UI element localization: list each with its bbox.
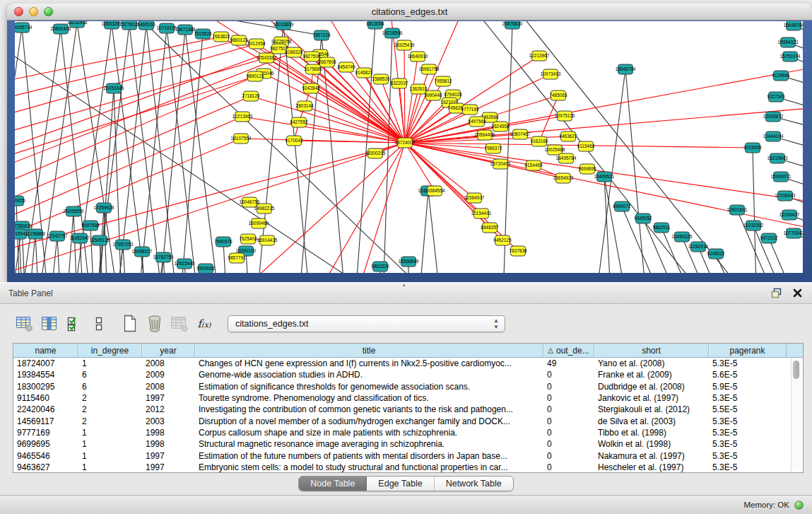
sort-ascending-icon: △ bbox=[548, 346, 553, 354]
graph-node-label: 9699695 bbox=[578, 166, 596, 171]
table-row[interactable]: 911546021997Tourette syndrome. Phenomeno… bbox=[13, 392, 803, 404]
table-options-button[interactable] bbox=[14, 313, 35, 334]
graph-node-label: 18226058 bbox=[271, 39, 292, 44]
memory-status-indicator bbox=[794, 501, 804, 510]
table-cell: Structural magnetic resonance image aver… bbox=[195, 439, 543, 449]
new-file-button[interactable] bbox=[119, 313, 141, 334]
table-cell: Embryonic stem cells: a model to study s… bbox=[195, 462, 543, 472]
table-cell: 5.3E-5 bbox=[709, 358, 787, 368]
graph-node-label: 18107554 bbox=[231, 136, 252, 141]
table-source-dropdown[interactable]: citations_edges.txt ▲▼ bbox=[228, 315, 505, 332]
graph-node-label: 9509065 bbox=[196, 266, 215, 271]
table-cell: Changes of HCN gene expression and I(f) … bbox=[195, 358, 543, 368]
table-panel-header: ▲ Table Panel bbox=[0, 282, 812, 304]
table-cell: 0 bbox=[543, 416, 594, 426]
tab-node-table[interactable]: Node Table bbox=[299, 477, 367, 491]
table-cell: 5.9E-5 bbox=[709, 382, 787, 392]
graph-node-label: 11032392 bbox=[743, 223, 764, 228]
graph-node-label: 15992071 bbox=[771, 174, 792, 179]
table-cell: 1997 bbox=[142, 393, 195, 403]
table-cell: de Silva et al. (2003) bbox=[594, 416, 709, 426]
window-titlebar[interactable]: citations_edges.txt bbox=[7, 4, 812, 21]
column-header-pagerank[interactable]: pagerank bbox=[709, 344, 787, 357]
float-panel-icon[interactable] bbox=[771, 288, 783, 298]
table-cell: 2 bbox=[78, 393, 142, 403]
graph-node-label: 11451947 bbox=[70, 235, 90, 240]
graph-node-label: 9472102 bbox=[760, 235, 778, 240]
column-header-in_degree[interactable]: in_degree bbox=[78, 344, 142, 357]
table-row[interactable]: 977716911998Corpus callosum shape and si… bbox=[13, 427, 803, 438]
tab-edge-table[interactable]: Edge Table bbox=[367, 477, 434, 491]
table-scrollbar-thumb[interactable] bbox=[793, 361, 799, 379]
table-cell: Hescheler et al. (1997) bbox=[594, 462, 709, 472]
import-table-button[interactable] bbox=[169, 313, 190, 334]
column-header-year[interactable]: year bbox=[142, 344, 195, 357]
graph-node-label: 6794028 bbox=[444, 92, 462, 97]
graph-node-label: 9115460 bbox=[577, 144, 595, 148]
graph-node-label: 18495784 bbox=[556, 156, 577, 160]
table-header-row: namein_degreeyeartitle△out_de...shortpag… bbox=[13, 344, 803, 358]
splitter-handle[interactable]: ▲ bbox=[401, 282, 406, 287]
graph-node-label: 9857791 bbox=[228, 255, 246, 260]
column-header-title[interactable]: title bbox=[195, 344, 543, 357]
graph-node-label: 16782759 bbox=[153, 255, 174, 259]
graph-node-label: 11156869 bbox=[25, 231, 45, 236]
column-header-out_de[interactable]: △out_de... bbox=[543, 344, 594, 357]
table-cell: 1 bbox=[78, 428, 142, 438]
graph-node-label: 7955812 bbox=[434, 78, 452, 83]
delete-table-button[interactable] bbox=[144, 313, 165, 334]
close-panel-icon[interactable] bbox=[793, 288, 802, 298]
table-cell: 0 bbox=[543, 462, 594, 472]
table-row[interactable]: 1830029562008Estimation of significance … bbox=[13, 381, 803, 392]
graph-node-label: 20206556 bbox=[64, 209, 84, 214]
graph-node-label: 9827508 bbox=[302, 54, 321, 59]
graph-node-label: 16210643 bbox=[767, 156, 788, 160]
table-cell: Stergiakouli et al. (2012) bbox=[594, 404, 709, 414]
graph-node-label: 10025488 bbox=[545, 147, 565, 152]
table-row[interactable]: 1938455462009Genome-wide association stu… bbox=[13, 369, 803, 380]
graph-node-label: 9215955 bbox=[743, 145, 762, 150]
select-all-rows-button[interactable] bbox=[64, 313, 85, 334]
table-cell: Genome-wide association studies in ADHD. bbox=[195, 370, 543, 380]
table-row[interactable]: 2242004622012Investigating the contribut… bbox=[13, 404, 803, 415]
table-cell: 0 bbox=[543, 393, 594, 403]
table-cell: 0 bbox=[543, 451, 594, 461]
graph-node-label: 7986372 bbox=[484, 146, 502, 151]
table-row[interactable]: 1456911722003Disruption of a novel membe… bbox=[13, 415, 803, 426]
network-canvas[interactable]: 1405571420691406162314181065328715276027… bbox=[15, 21, 803, 273]
graph-node-label: 18724007 bbox=[395, 140, 416, 145]
graph-node-label: 15954323 bbox=[778, 40, 799, 45]
table-row[interactable]: 946362711997Embryonic stem cells: a mode… bbox=[13, 462, 803, 473]
graph-node-label: 8454749 bbox=[337, 64, 355, 69]
network-graph[interactable]: 1405571420691406162314181065328715276027… bbox=[15, 21, 803, 273]
unselect-all-rows-button[interactable] bbox=[88, 313, 110, 334]
graph-node-label: 10973493 bbox=[541, 71, 561, 76]
table-tabs: Node TableEdge TableNetwork Table bbox=[0, 476, 812, 491]
graph-node-label: 12100437 bbox=[779, 212, 800, 217]
table-row[interactable]: 969969511998Structural magnetic resonanc… bbox=[13, 438, 803, 450]
graph-node-label: 17206043 bbox=[775, 193, 796, 198]
graph-node-label: 8912954 bbox=[247, 41, 266, 46]
node-table: namein_degreeyeartitle△out_de...shortpag… bbox=[13, 343, 804, 473]
column-header-name[interactable]: name bbox=[13, 344, 78, 357]
desktop: citations_edges.txt 14055714206914061623… bbox=[0, 0, 812, 514]
table-row[interactable]: 946554611997Estimation of the future num… bbox=[13, 450, 803, 461]
table-cell: Estimation of significance thresholds fo… bbox=[195, 382, 543, 392]
column-header-short[interactable]: short bbox=[594, 344, 709, 357]
graph-node-label: 16566899 bbox=[399, 259, 419, 264]
function-builder-button[interactable]: f(x) bbox=[194, 313, 215, 334]
table-row[interactable]: 1872400712008Changes of HCN gene express… bbox=[13, 358, 803, 369]
table-cell: Tibbo et al. (1998) bbox=[594, 428, 709, 438]
show-columns-button[interactable] bbox=[39, 313, 60, 334]
graph-node-label: 15648784 bbox=[784, 23, 803, 28]
tab-network-table[interactable]: Network Table bbox=[435, 477, 513, 491]
graph-node-label: 20691406 bbox=[51, 26, 71, 31]
graph-node-label: 18640910 bbox=[408, 54, 428, 59]
table-cell: 5.6E-5 bbox=[709, 370, 787, 380]
table-cell: 5.3E-5 bbox=[709, 439, 787, 449]
table-scrollbar[interactable] bbox=[791, 358, 801, 472]
table-cell: 5.3E-5 bbox=[709, 451, 787, 461]
graph-node-label: 9245022 bbox=[707, 251, 725, 256]
graph-node-label: 9862320 bbox=[371, 264, 389, 269]
graph-node-label: 9463627 bbox=[559, 134, 577, 139]
